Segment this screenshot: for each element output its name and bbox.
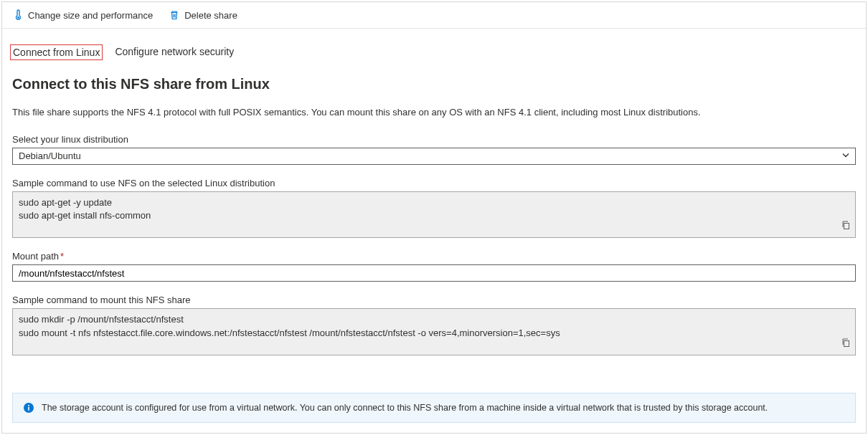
mount-command-field: Sample command to mount this NFS share s… [12, 295, 856, 355]
tab-connect-linux[interactable]: Connect from Linux [10, 44, 103, 60]
required-asterisk: * [60, 251, 64, 262]
thermometer-icon [12, 9, 24, 21]
page-description: This file share supports the NFS 4.1 pro… [12, 105, 856, 120]
mount-path-label: Mount path * [12, 251, 856, 262]
mount-path-field: Mount path * [12, 251, 856, 282]
mount-command-text: sudo mkdir -p /mount/nfstestacct/nfstest… [19, 314, 560, 338]
content-area: Connect from Linux Configure network sec… [2, 29, 866, 433]
copy-icon [841, 338, 851, 348]
copy-install-button[interactable] [841, 220, 851, 234]
distro-label: Select your linux distribution [12, 134, 856, 145]
svg-rect-2 [844, 341, 849, 347]
info-icon [23, 402, 34, 414]
distro-select[interactable]: Debian/Ubuntu [12, 148, 856, 165]
svg-rect-4 [28, 407, 29, 411]
mount-path-input[interactable] [12, 264, 856, 282]
info-banner: The storage account is configured for us… [12, 393, 856, 423]
tab-network-security[interactable]: Configure network security [113, 44, 236, 60]
distro-field: Select your linux distribution Debian/Ub… [12, 134, 856, 165]
install-command-label: Sample command to use NFS on the selecte… [12, 178, 856, 188]
page-title: Connect to this NFS share from Linux [12, 76, 856, 92]
install-command-text: sudo apt-get -y update sudo apt-get inst… [19, 197, 151, 221]
change-size-label: Change size and performance [28, 10, 153, 21]
install-command-box: sudo apt-get -y update sudo apt-get inst… [12, 191, 856, 239]
info-message: The storage account is configured for us… [42, 403, 768, 413]
copy-icon [841, 220, 851, 230]
change-size-button[interactable]: Change size and performance [12, 9, 153, 21]
install-command-field: Sample command to use NFS on the selecte… [12, 178, 856, 239]
svg-point-0 [17, 16, 19, 19]
mount-command-box: sudo mkdir -p /mount/nfstestacct/nfstest… [12, 308, 856, 355]
distro-value: Debian/Ubuntu [19, 150, 81, 161]
svg-rect-1 [844, 224, 849, 229]
share-panel: Change size and performance Delete share… [1, 1, 867, 434]
svg-point-5 [28, 405, 29, 406]
trash-icon [169, 9, 180, 21]
copy-mount-button[interactable] [841, 338, 851, 352]
toolbar: Change size and performance Delete share [2, 2, 866, 29]
tabs: Connect from Linux Configure network sec… [10, 44, 856, 60]
mount-command-label: Sample command to mount this NFS share [12, 295, 856, 305]
delete-share-button[interactable]: Delete share [169, 9, 237, 21]
delete-share-label: Delete share [184, 10, 237, 21]
